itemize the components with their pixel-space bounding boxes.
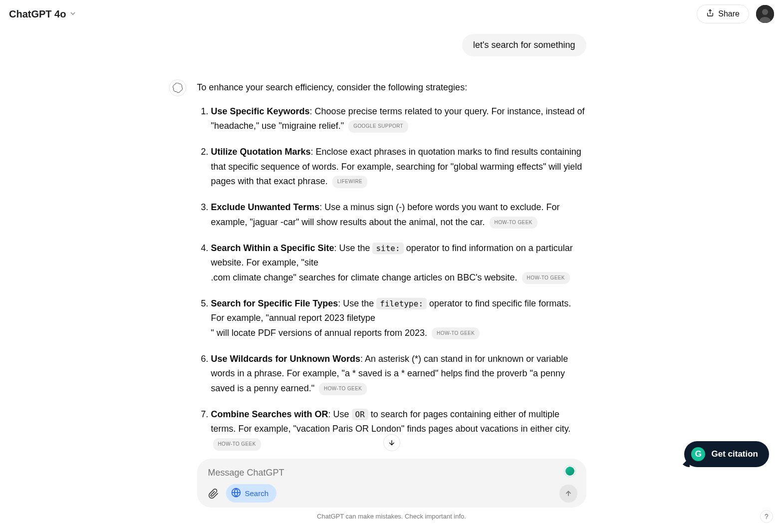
scroll-to-bottom-button[interactable] [383, 434, 400, 451]
share-button[interactable]: Share [697, 4, 749, 23]
item-title: Combine Searches with OR [211, 409, 328, 419]
citation-chip[interactable]: HOW-TO GEEK [432, 327, 480, 340]
share-icon [706, 9, 714, 19]
tips-list: Use Specific Keywords: Choose precise te… [197, 104, 586, 452]
grammarly-icon[interactable] [564, 466, 575, 477]
assistant-message: To enhance your search efficiency, consi… [197, 80, 586, 463]
assistant-avatar [169, 79, 186, 96]
item-body: : Use [328, 409, 352, 419]
list-item: Use Wildcards for Unknown Words: An aste… [211, 352, 586, 396]
item-title: Utilize Quotation Marks [211, 147, 311, 157]
model-name: ChatGPT 4o [9, 8, 66, 20]
grammarly-badge-icon: G [691, 447, 705, 461]
citation-chip[interactable]: HOW-TO GEEK [319, 383, 367, 395]
assistant-content: To enhance your search efficiency, consi… [197, 80, 586, 463]
user-avatar[interactable] [756, 5, 774, 23]
search-pill-label: Search [245, 489, 269, 498]
disclaimer-text: ChatGPT can make mistakes. Check importa… [197, 513, 586, 520]
globe-icon [231, 488, 241, 499]
help-button[interactable]: ? [760, 510, 773, 523]
citation-chip[interactable]: GOOGLE SUPPORT [348, 120, 408, 133]
item-body: : Use the [338, 298, 376, 308]
citation-chip[interactable]: LIFEWIRE [332, 176, 367, 188]
list-item: Exclude Unwanted Terms: Use a minus sign… [211, 200, 586, 230]
conversation: let's search for something To enhance yo… [197, 28, 586, 463]
code-chip: filetype: [376, 298, 427, 309]
get-citation-button[interactable]: G Get citation [684, 441, 769, 467]
item-title: Use Specific Keywords [211, 106, 310, 116]
item-body: .com climate change" searches for climat… [211, 272, 520, 282]
list-item: Search Within a Specific Site: Use the s… [211, 241, 586, 285]
composer: Search [197, 459, 586, 508]
citation-chip[interactable]: HOW-TO GEEK [213, 438, 261, 451]
topbar: ChatGPT 4o Share [0, 0, 783, 28]
user-message: let's search for something [462, 34, 586, 56]
list-item: Use Specific Keywords: Choose precise te… [211, 104, 586, 134]
search-pill[interactable]: Search [226, 484, 277, 503]
citation-fab-label: Get citation [711, 449, 758, 459]
chevron-down-icon [69, 8, 77, 20]
citation-chip[interactable]: HOW-TO GEEK [490, 217, 537, 229]
list-item: Search for Specific File Types: Use the … [211, 296, 586, 341]
composer-area: Search ChatGPT can make mistakes. Check … [197, 459, 586, 520]
citation-chip[interactable]: HOW-TO GEEK [522, 272, 570, 284]
item-title: Use Wildcards for Unknown Words [211, 354, 361, 364]
list-item: Utilize Quotation Marks: Enclose exact p… [211, 145, 586, 189]
assistant-intro: To enhance your search efficiency, consi… [197, 80, 586, 95]
item-title: Search for Specific File Types [211, 298, 338, 308]
code-chip: site: [372, 243, 403, 254]
item-body: " will locate PDF versions of annual rep… [211, 328, 430, 338]
code-chip: OR [352, 409, 368, 420]
share-label: Share [718, 9, 740, 18]
send-button[interactable] [559, 485, 577, 503]
svg-point-2 [762, 9, 768, 15]
item-title: Exclude Unwanted Terms [211, 202, 320, 212]
model-selector[interactable]: ChatGPT 4o [9, 8, 77, 20]
attach-button[interactable] [206, 486, 221, 501]
item-title: Search Within a Specific Site [211, 243, 334, 253]
help-label: ? [765, 513, 769, 521]
topbar-right: Share [697, 4, 774, 23]
item-body: : Use the [334, 243, 372, 253]
message-input[interactable] [206, 466, 577, 484]
